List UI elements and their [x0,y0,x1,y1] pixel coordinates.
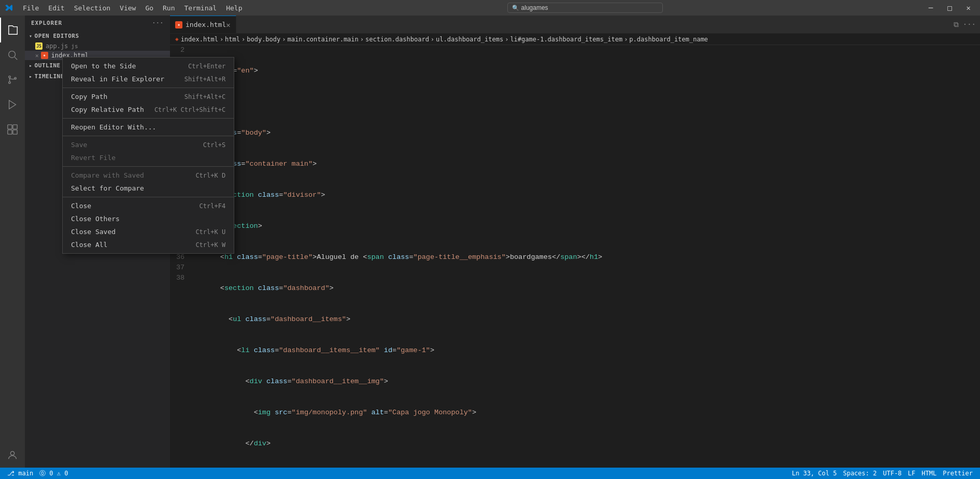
breadcrumb-icon: ◈ [175,36,179,42]
sidebar-file-label: app.js [46,42,68,50]
search-input[interactable] [521,4,658,11]
context-reveal-explorer[interactable]: Reveal in File Explorer Shift+Alt+R [63,72,170,85]
breadcrumb-body[interactable]: body.body [247,36,280,43]
tab-index-html[interactable]: ◈ index.html ✕ [170,16,236,33]
code-content[interactable]: ml lang="en"> dy class="body"> n class="… [191,45,980,468]
activity-explorer[interactable] [0,18,25,42]
breadcrumb-sep-3: › [282,36,286,43]
status-encoding[interactable]: UTF-8 [880,470,905,477]
close-icon-active[interactable]: ✕ [35,52,39,59]
search-bar[interactable]: 🔍 [507,3,663,13]
code-line-9: <li class="dashboard__items__item" id="g… [195,345,976,356]
status-errors[interactable]: ⓪ 0 ⚠ 0 [36,469,71,478]
menu-terminal[interactable]: Terminal [180,3,221,13]
context-close[interactable]: Close Ctrl+F4 [63,199,170,212]
status-formatter[interactable]: Prettier [940,470,976,477]
maximize-button[interactable]: □ [942,3,957,13]
tab-label: index.html [186,21,226,28]
breadcrumb-sep-4: › [360,36,364,43]
svg-rect-7 [13,125,17,129]
window-controls: ─ □ ✕ [924,3,976,13]
context-close-all-label: Close All [71,241,107,249]
code-line-4: <section class="divisor"> [195,190,976,200]
code-line-blank [195,97,976,107]
context-close-all[interactable]: Close All Ctrl+K W [63,238,170,251]
context-reveal-label: Reveal in File Explorer [71,75,164,83]
separator-5 [63,197,170,197]
editor-area: ◈ index.html ✕ ⧉ ··· ◈ index.html › html… [170,16,980,468]
open-editors-section[interactable]: ▾ OPEN EDITORS [25,31,170,41]
code-line-10: <div class="dashboard__item__img"> [195,376,976,387]
status-branch[interactable]: ⎇ main [4,470,36,477]
status-language[interactable]: HTML [918,470,940,477]
breadcrumb-main[interactable]: main.container.main [288,36,359,43]
context-close-others[interactable]: Close Others [63,212,170,225]
menu-selection[interactable]: Selection [70,3,115,13]
activity-source-control[interactable] [0,67,25,92]
context-select-compare-label: Select for Compare [71,184,144,192]
sidebar: EXPLORER ··· ▾ OPEN EDITORS JS app.js js… [25,16,170,468]
file-path-label: js [71,43,78,50]
context-open-side[interactable]: Open to the Side Ctrl+Enter [63,60,170,72]
status-spaces[interactable]: Spaces: 2 [840,470,880,477]
search-icon: 🔍 [512,5,519,11]
context-compare: Compare with Saved Ctrl+K D [63,169,170,182]
breadcrumb-ul[interactable]: ul.dashboard_items [436,36,503,43]
code-line-5: </section> [195,221,976,231]
menu-run[interactable]: Run [159,3,179,13]
separator-4 [63,166,170,167]
context-copy-path[interactable]: Copy Path Shift+Alt+C [63,90,170,103]
tab-close-icon[interactable]: ✕ [226,21,230,29]
breadcrumb-sep-5: › [431,36,434,43]
breadcrumb-section[interactable]: section.dashboard [365,36,429,43]
title-bar-left: File Edit Selection View Go Run Terminal… [4,3,246,13]
timeline-chevron: ▸ [29,74,33,79]
open-editors-chevron: ▾ [29,33,33,39]
menu-view[interactable]: View [116,3,140,13]
menu-help[interactable]: Help [222,3,246,13]
context-copy-rel-shortcut: Ctrl+K Ctrl+Shift+C [154,106,170,113]
outline-chevron: ▸ [29,63,33,68]
breadcrumb-p[interactable]: p.dashboard_item_name [629,36,708,43]
context-reopen[interactable]: Reopen Editor With... [63,121,170,134]
line-num-blank15 [176,294,184,304]
more-actions-icon[interactable]: ··· [963,20,976,28]
title-bar: File Edit Selection View Go Run Terminal… [0,0,980,16]
menu-file[interactable]: File [19,3,43,13]
separator-1 [63,88,170,88]
activity-search[interactable] [0,42,25,67]
breadcrumb-filename[interactable]: index.html [181,36,218,43]
code-line-8: <ul class="dashboard__items"> [195,314,976,325]
line-num-2: 2 [176,45,184,55]
context-compare-label: Compare with Saved [71,171,144,179]
minimize-button[interactable]: ─ [924,3,938,13]
svg-line-1 [15,57,17,60]
js-file-icon: JS [35,42,42,50]
status-ln-col[interactable]: Ln 33, Col 5 [789,470,840,477]
split-editor-icon[interactable]: ⧉ [954,20,959,29]
status-line-ending[interactable]: LF [905,470,918,477]
context-copy-relative-path[interactable]: Copy Relative Path Ctrl+K Ctrl+Shift+C [63,103,170,116]
vscode-logo-icon [4,4,12,12]
sidebar-more-icon[interactable]: ··· [152,20,164,26]
activity-accounts[interactable] [0,443,25,468]
code-editor[interactable]: 2 11 31 32 33 34 35 [170,45,980,468]
activity-run-debug[interactable] [0,92,25,117]
sidebar-title: EXPLORER [31,20,62,26]
sidebar-file-appjs[interactable]: JS app.js js [25,41,170,51]
breadcrumb: ◈ index.html › html › body.body › main.c… [170,34,980,45]
context-menu: Open to the Side Ctrl+Enter Reveal in Fi… [62,57,170,254]
activity-extensions[interactable] [0,117,25,142]
menu-edit[interactable]: Edit [44,3,68,13]
breadcrumb-html[interactable]: html [225,36,240,43]
context-close-saved[interactable]: Close Saved Ctrl+K U [63,225,170,238]
context-select-compare[interactable]: Select for Compare [63,182,170,195]
code-line-11: <img src="img/monopoly.png" alt="Capa jo… [195,408,976,418]
main-layout: EXPLORER ··· ▾ OPEN EDITORS JS app.js js… [0,16,980,468]
menu-go[interactable]: Go [141,3,158,13]
breadcrumb-li[interactable]: li#game-1.dashboard_items_item [510,36,622,43]
close-button[interactable]: ✕ [961,3,976,13]
code-line-7: <section class="dashboard"> [195,283,976,294]
code-line-3: n class="container main"> [195,159,976,169]
code-line-2: dy class="body"> [195,128,976,138]
